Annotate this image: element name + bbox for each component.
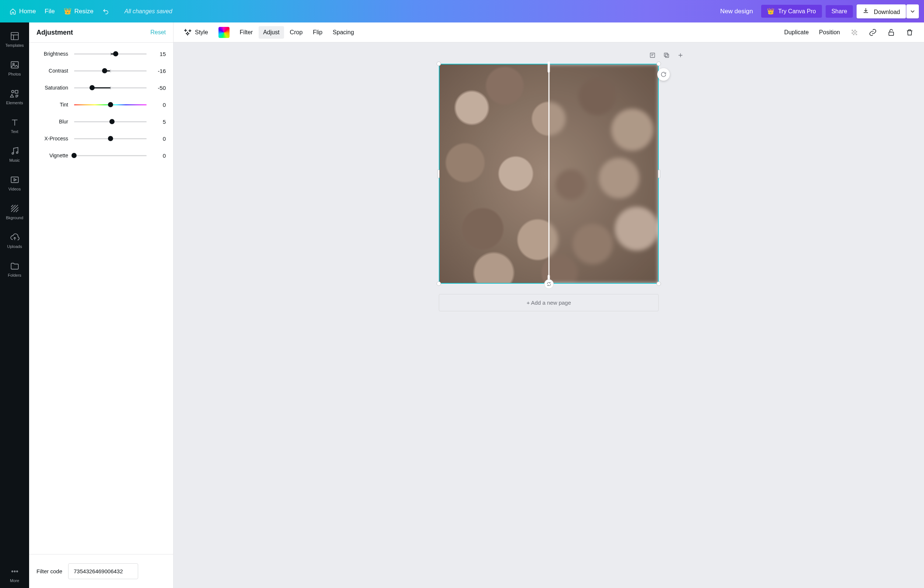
slider-handle[interactable] [108, 102, 113, 107]
slider-handle[interactable] [71, 153, 77, 158]
slider-track[interactable] [74, 100, 147, 109]
slider-xprocess: X-Process0 [36, 134, 166, 143]
slider-track[interactable] [74, 151, 147, 160]
rail-music[interactable]: Music [0, 141, 29, 168]
undo-icon [102, 8, 109, 15]
rail-templates[interactable]: Templates [0, 26, 29, 53]
slider-handle[interactable] [108, 136, 113, 141]
slider-label: X-Process [36, 135, 68, 142]
rail-elements[interactable]: Elements [0, 84, 29, 110]
rail-videos[interactable]: Videos [0, 170, 29, 197]
filter-code-input[interactable] [68, 563, 138, 579]
resize-handle-r[interactable] [658, 170, 660, 178]
svg-rect-17 [853, 33, 855, 35]
slider-value: 0 [151, 152, 166, 159]
copy-icon [663, 52, 670, 59]
link-button[interactable] [864, 25, 881, 40]
canvas-stage[interactable]: + Add a new page [173, 42, 924, 588]
style-button[interactable]: Style [180, 25, 213, 40]
slider-track[interactable] [74, 134, 147, 143]
svg-point-9 [14, 571, 15, 572]
svg-point-10 [16, 571, 17, 572]
home-icon [10, 8, 16, 15]
slider-label: Vignette [36, 152, 68, 159]
try-pro-button[interactable]: 👑 Try Canva Pro [761, 5, 822, 18]
page-add-button[interactable] [675, 50, 686, 61]
slider-track[interactable] [74, 117, 147, 126]
file-menu[interactable]: File [40, 5, 59, 17]
sync-badge[interactable] [544, 279, 554, 289]
add-page-button[interactable]: + Add a new page [439, 294, 659, 311]
music-icon [10, 146, 20, 156]
resize-handle-br[interactable] [657, 281, 661, 286]
svg-rect-18 [856, 33, 857, 35]
slider-value: 5 [151, 119, 166, 125]
home-button[interactable]: Home [5, 5, 40, 17]
new-design-button[interactable]: New design [716, 5, 757, 17]
slider-handle[interactable] [109, 119, 115, 124]
slider-track[interactable] [74, 50, 147, 58]
magic-icon [184, 28, 192, 36]
spacing-button[interactable]: Spacing [328, 26, 358, 39]
rail-uploads[interactable]: Uploads [0, 227, 29, 254]
resize-handle-tr[interactable] [657, 61, 661, 66]
transparency-icon [850, 28, 858, 36]
rail-folders[interactable]: Folders [0, 256, 29, 282]
context-toolbar: Style Filter Adjust Crop Flip Spacing Du… [173, 23, 924, 42]
crown-icon: 👑 [64, 7, 71, 15]
panel-footer: Filter code [29, 554, 173, 588]
rail-background[interactable]: Bkground [0, 198, 29, 225]
svg-rect-15 [852, 32, 853, 34]
slider-track[interactable] [74, 66, 147, 75]
svg-rect-13 [853, 31, 855, 32]
resize-handle-l[interactable] [437, 170, 439, 178]
plus-icon [677, 52, 684, 59]
svg-rect-4 [15, 90, 18, 93]
reset-button[interactable]: Reset [150, 29, 166, 36]
crop-button[interactable]: Crop [285, 26, 307, 39]
svg-rect-21 [665, 54, 669, 58]
canvas-page[interactable] [439, 64, 659, 284]
download-button[interactable]: Download [856, 5, 906, 18]
lock-button[interactable] [883, 25, 900, 40]
download-dropdown[interactable] [906, 5, 919, 18]
text-icon [10, 117, 20, 127]
svg-rect-0 [11, 32, 18, 40]
position-button[interactable]: Position [815, 26, 845, 39]
duplicate-button[interactable]: Duplicate [780, 26, 813, 39]
rail-text[interactable]: Text [0, 112, 29, 139]
svg-rect-22 [664, 53, 668, 56]
filter-button[interactable]: Filter [236, 26, 257, 39]
color-chip-icon [218, 27, 229, 38]
color-button[interactable] [214, 24, 234, 41]
page-controls [466, 50, 686, 61]
slider-value: 0 [151, 135, 166, 142]
slider-label: Contrast [36, 68, 68, 74]
slider-handle[interactable] [102, 68, 107, 73]
share-button[interactable]: Share [826, 5, 853, 18]
slider-value: 0 [151, 102, 166, 108]
resize-button[interactable]: 👑 Resize [59, 5, 98, 17]
flip-button[interactable]: Flip [309, 26, 327, 39]
slider-label: Saturation [36, 85, 68, 91]
slider-brightness: Brightness15 [36, 50, 166, 58]
resize-handle-bl[interactable] [437, 281, 441, 286]
rail-photos[interactable]: Photos [0, 55, 29, 81]
resize-handle-tl[interactable] [437, 61, 441, 66]
transparency-button[interactable] [846, 25, 863, 40]
adjust-button[interactable]: Adjust [259, 26, 284, 39]
page-notes-button[interactable] [647, 50, 658, 61]
notes-icon [649, 52, 656, 59]
delete-button[interactable] [901, 25, 918, 40]
svg-point-3 [12, 90, 14, 93]
compare-divider[interactable] [548, 62, 549, 285]
slider-saturation: Saturation-50 [36, 83, 166, 92]
slider-handle[interactable] [89, 85, 95, 90]
slider-handle[interactable] [113, 51, 118, 56]
page-duplicate-button[interactable] [661, 50, 672, 61]
rail-more[interactable]: More [0, 562, 29, 588]
slider-track[interactable] [74, 83, 147, 92]
reset-adjust-badge[interactable] [657, 68, 670, 81]
canvas-area: Style Filter Adjust Crop Flip Spacing Du… [173, 23, 924, 588]
undo-button[interactable] [98, 6, 114, 17]
